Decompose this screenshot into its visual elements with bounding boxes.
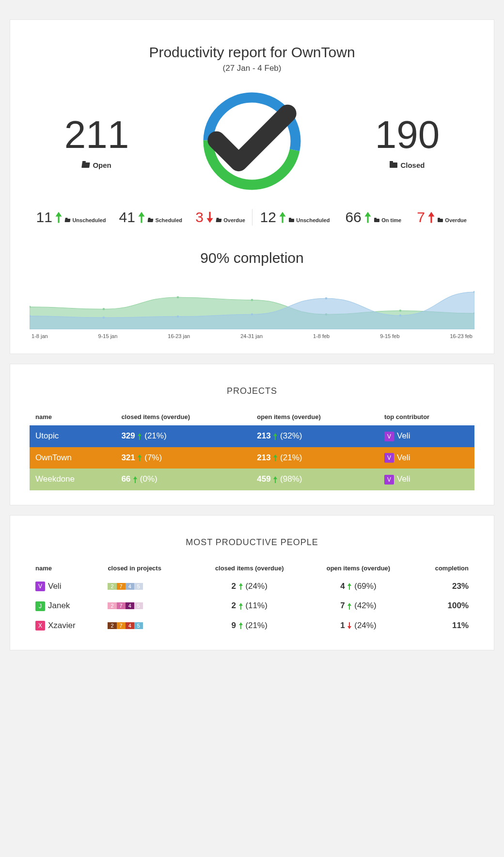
open-summary: 211 Open <box>64 113 129 170</box>
table-row[interactable]: OwnTown 321 (7%) 213 (21%) VVeli <box>30 447 474 469</box>
stat-value: 11 <box>36 209 63 226</box>
project-name: OwnTown <box>30 447 115 469</box>
chip: 5 <box>134 622 143 629</box>
open-stats: 11 Unscheduled 41 Scheduled 3 Overdue <box>30 209 252 226</box>
stat-block: 41 Scheduled <box>119 209 182 226</box>
closed-summary: 190 Closed <box>375 113 440 170</box>
chip: 7 <box>117 583 126 590</box>
contributor-cell: VVeli <box>378 447 474 469</box>
chip: 5 <box>134 583 143 590</box>
table-header: completion <box>411 560 474 577</box>
stat-label: On time <box>374 217 401 223</box>
svg-point-12 <box>251 313 253 316</box>
avatar: J <box>35 601 45 611</box>
completion-cell: 11% <box>411 616 474 636</box>
stat-value: 66 <box>345 209 372 226</box>
folder-closed-icon <box>289 218 294 222</box>
projects-table: nameclosed items (overdue)open items (ov… <box>30 408 474 490</box>
table-header: closed items (overdue) <box>193 560 306 577</box>
chips-cell: 2745 <box>102 577 193 597</box>
avatar: V <box>35 582 45 591</box>
table-header: name <box>30 560 102 577</box>
chip: 7 <box>117 602 126 609</box>
avatar: V <box>384 475 394 485</box>
stat-block: 11 Unscheduled <box>36 209 106 226</box>
stat-value: 12 <box>260 209 287 226</box>
open-cell: 4 (69%) <box>306 577 411 597</box>
closed-cell: 9 (21%) <box>193 616 306 636</box>
open-cell: 213 (32%) <box>251 425 378 447</box>
axis-tick: 1-8 feb <box>313 333 330 339</box>
svg-point-10 <box>103 317 105 319</box>
chip: 5 <box>134 602 143 609</box>
chip: 7 <box>117 622 126 629</box>
axis-tick: 24-31 jan <box>240 333 263 339</box>
people-header: MOST PRODUCTIVE PEOPLE <box>30 537 474 548</box>
folder-open-icon <box>82 162 91 168</box>
projects-header: PROJECTS <box>30 386 474 396</box>
axis-tick: 9-15 jan <box>98 333 118 339</box>
svg-point-4 <box>177 296 179 299</box>
table-row[interactable]: Utopic 329 (21%) 213 (32%) VVeli <box>30 425 474 447</box>
stat-label: Scheduled <box>148 217 182 223</box>
chip: 4 <box>126 583 134 590</box>
table-row[interactable]: Weekdone 66 (0%) 459 (98%) VVeli <box>30 469 474 490</box>
chip: 4 <box>126 622 134 629</box>
stat-label: Unscheduled <box>289 217 330 223</box>
closed-stats: 12 Unscheduled 66 On time 7 Overdue <box>252 209 475 226</box>
table-header: name <box>30 408 115 425</box>
table-header: open items (overdue) <box>306 560 411 577</box>
svg-point-3 <box>103 308 105 310</box>
svg-point-14 <box>399 314 402 317</box>
axis-tick: 16-23 jan <box>168 333 190 339</box>
open-count: 211 <box>64 113 129 157</box>
chip: 2 <box>108 583 116 590</box>
svg-point-5 <box>251 299 253 301</box>
chips-cell: 2745 <box>102 616 193 636</box>
chips-cell: 2745 <box>102 596 193 616</box>
open-label: Open <box>82 161 111 169</box>
svg-point-13 <box>325 297 328 300</box>
svg-point-7 <box>399 309 402 312</box>
stat-block: 7 Overdue <box>417 209 467 226</box>
closed-cell: 329 (21%) <box>115 425 251 447</box>
contributor-cell: VVeli <box>378 425 474 447</box>
avatar: X <box>35 621 45 631</box>
avatar: V <box>384 453 394 463</box>
avatar: V <box>384 432 394 441</box>
productivity-card: Productivity report for OwnTown (27 Jan … <box>10 19 494 354</box>
table-row[interactable]: XXzavier 2745 9 (21%) 1 (24%) 11% <box>30 616 474 636</box>
person-name: JJanek <box>30 596 102 616</box>
table-row[interactable]: VVeli 2745 2 (24%) 4 (69%) 23% <box>30 577 474 597</box>
completion-cell: 23% <box>411 577 474 597</box>
table-row[interactable]: JJanek 2745 2 (11%) 7 (42%) 100% <box>30 596 474 616</box>
chip: 2 <box>108 602 116 609</box>
contributor-cell: VVeli <box>378 469 474 490</box>
stat-label: Overdue <box>216 217 245 223</box>
svg-point-11 <box>177 315 179 318</box>
stat-value: 41 <box>119 209 146 226</box>
donut-chart <box>199 88 305 194</box>
axis-tick: 1-8 jan <box>32 333 48 339</box>
table-header: open items (overdue) <box>251 408 378 425</box>
open-cell: 1 (24%) <box>306 616 411 636</box>
table-header: top contributor <box>378 408 474 425</box>
closed-cell: 66 (0%) <box>115 469 251 490</box>
stat-label: Unscheduled <box>65 217 106 223</box>
hero-row: 211 Open 190 Closed <box>30 88 474 194</box>
folder-closed-icon <box>374 218 379 222</box>
axis-tick: 9-15 feb <box>380 333 399 339</box>
folder-open-icon <box>216 218 222 222</box>
chip: 4 <box>126 602 134 609</box>
people-card: MOST PRODUCTIVE PEOPLE nameclosed in pro… <box>10 515 494 651</box>
stat-block: 3 Overdue <box>195 209 245 226</box>
table-header: closed items (overdue) <box>115 408 251 425</box>
stat-block: 66 On time <box>345 209 401 226</box>
stat-block: 12 Unscheduled <box>260 209 330 226</box>
project-name: Weekdone <box>30 469 115 490</box>
project-name: Utopic <box>30 425 115 447</box>
closed-cell: 2 (24%) <box>193 577 306 597</box>
closed-cell: 2 (11%) <box>193 596 306 616</box>
folder-closed-icon <box>390 162 397 168</box>
completion-area-chart: 1-8 jan9-15 jan16-23 jan24-31 jan1-8 feb… <box>30 276 474 339</box>
